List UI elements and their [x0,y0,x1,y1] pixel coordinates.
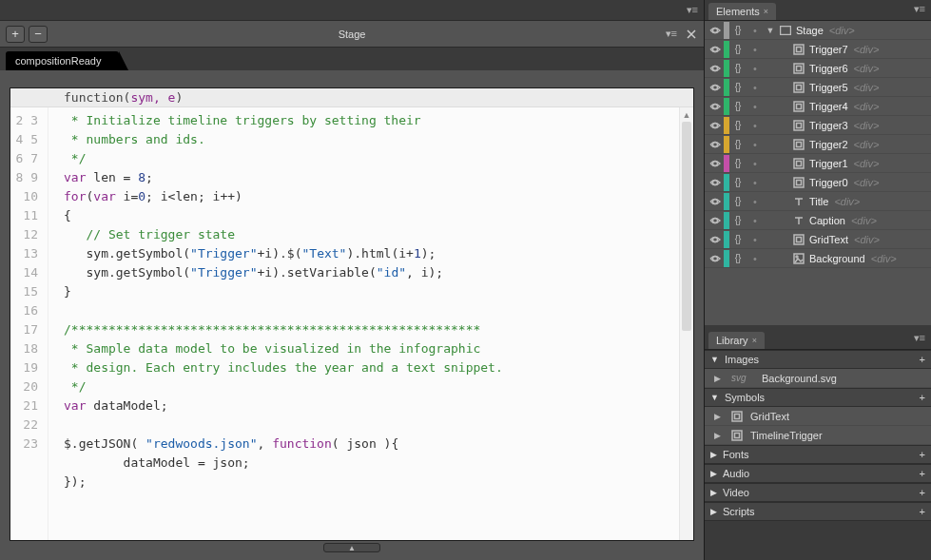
actions-icon[interactable]: {} [729,139,747,149]
add-image-button[interactable]: + [920,354,925,365]
visibility-toggle[interactable] [707,253,724,264]
actions-icon[interactable]: {} [729,234,747,244]
actions-icon[interactable]: {} [729,158,747,168]
lock-icon[interactable]: • [747,253,764,264]
lock-icon[interactable]: • [747,196,764,207]
panel-menu-icon[interactable]: ▾≡ [914,332,925,344]
element-tag: <div> [851,215,877,226]
section-label: Symbols [725,392,765,403]
visibility-toggle[interactable] [707,44,724,55]
close-icon[interactable]: × [752,336,757,345]
visibility-toggle[interactable] [707,158,724,169]
visibility-toggle[interactable] [707,234,724,245]
add-event-button[interactable]: + [6,26,25,43]
expand-spacer [764,45,777,54]
actions-icon[interactable]: {} [729,177,747,187]
line-gutter: 2 3 4 5 6 7 8 9 10 11 12 13 14 15 16 17 … [10,107,48,540]
lock-icon[interactable]: • [747,177,764,188]
actions-icon[interactable]: {} [729,253,747,263]
visibility-toggle[interactable] [707,63,724,74]
lock-icon[interactable]: • [747,120,764,131]
element-row-trigger7[interactable]: {}• Trigger7<div> [705,40,931,59]
lock-icon[interactable]: • [747,25,764,36]
actions-icon[interactable]: {} [729,82,747,92]
element-row-trigger1[interactable]: {}• Trigger1<div> [705,154,931,173]
asset-name: Background.svg [762,373,837,384]
library-section-audio[interactable]: ▶ Audio + [705,464,931,483]
library-section-symbols[interactable]: ▼ Symbols + [705,388,931,407]
element-row-trigger0[interactable]: {}• Trigger0<div> [705,173,931,192]
close-panel-button[interactable] [685,28,698,41]
element-row-title[interactable]: {}• Title<div> [705,192,931,211]
element-row-background[interactable]: {}• Background<div> [705,249,931,268]
lock-icon[interactable]: • [747,234,764,245]
element-row-gridtext[interactable]: {}• GridText<div> [705,230,931,249]
lock-icon[interactable]: • [747,158,764,169]
library-section-images[interactable]: ▼ Images + [705,350,931,369]
add-audio-button[interactable]: + [920,468,925,479]
visibility-toggle[interactable] [707,139,724,150]
symbol-icon [790,158,807,169]
actions-icon[interactable]: {} [729,120,747,130]
library-item-gridtext[interactable]: ▶ GridText [705,407,931,426]
add-video-button[interactable]: + [920,487,925,498]
actions-icon[interactable]: {} [729,25,747,35]
lock-icon[interactable]: • [747,215,764,226]
svg-rect-35 [735,414,740,418]
panel-menu-icon[interactable]: ▾≡ [687,4,698,16]
lock-icon[interactable]: • [747,82,764,93]
scroll-thumb[interactable] [682,122,691,331]
lock-icon[interactable]: • [747,139,764,150]
element-tag: <div> [854,101,880,112]
visibility-toggle[interactable] [707,215,724,226]
event-tab-compositionready[interactable]: compositionReady [6,51,119,70]
visibility-toggle[interactable] [707,25,724,36]
library-section-fonts[interactable]: ▶ Fonts + [705,445,931,464]
panel-menu-icon[interactable]: ▾≡ [914,3,925,15]
code-lines[interactable]: * Initialize timeline triggers by settin… [48,107,679,540]
expand-spacer [764,102,777,111]
library-item-timelinetrigger[interactable]: ▶ TimelineTrigger [705,426,931,445]
element-row-trigger6[interactable]: {}• Trigger6<div> [705,59,931,78]
panel-options-icon[interactable]: ▾≡ [666,28,677,40]
element-name: Trigger0 [809,177,848,188]
remove-event-button[interactable]: − [29,26,48,43]
actions-icon[interactable]: {} [729,101,747,111]
visibility-toggle[interactable] [707,196,724,207]
actions-icon[interactable]: {} [729,215,747,225]
element-row-trigger3[interactable]: {}• Trigger3<div> [705,116,931,135]
element-row-trigger5[interactable]: {}• Trigger5<div> [705,78,931,97]
actions-icon[interactable]: {} [729,196,747,206]
visibility-toggle[interactable] [707,120,724,131]
asset-name: TimelineTrigger [750,430,823,441]
close-icon[interactable]: × [764,7,768,16]
actions-icon[interactable]: {} [729,44,747,54]
add-font-button[interactable]: + [920,449,925,460]
lock-icon[interactable]: • [747,101,764,112]
elements-tab[interactable]: Elements × [708,3,776,20]
lock-icon[interactable]: • [747,63,764,74]
expand-toggle[interactable]: ▼ [764,26,777,35]
scrollbar[interactable]: ▲ [679,107,693,540]
library-section-video[interactable]: ▶ Video + [705,483,931,502]
actions-icon[interactable]: {} [729,63,747,73]
element-row-caption[interactable]: {}• Caption<div> [705,211,931,230]
visibility-toggle[interactable] [707,177,724,188]
resize-handle[interactable]: ▲ [10,541,694,554]
chevron-right-icon: ▶ [714,431,724,440]
library-section-scripts[interactable]: ▶ Scripts + [705,502,931,521]
sig-pre: function( [64,90,130,105]
add-symbol-button[interactable]: + [920,392,925,403]
scroll-up-arrow[interactable]: ▲ [680,107,693,122]
library-item-background-svg[interactable]: ▶ svg Background.svg [705,369,931,388]
visibility-toggle[interactable] [707,101,724,112]
element-root-stage[interactable]: {} • ▼ Stage <div> [705,21,931,40]
add-script-button[interactable]: + [920,506,925,517]
element-row-trigger4[interactable]: {}• Trigger4<div> [705,97,931,116]
chevron-down-icon: ▼ [710,393,719,402]
code-editor[interactable]: function(sym, e) 2 3 4 5 6 7 8 9 10 11 1… [10,87,694,541]
lock-icon[interactable]: • [747,44,764,55]
element-row-trigger2[interactable]: {}• Trigger2<div> [705,135,931,154]
visibility-toggle[interactable] [707,82,724,93]
library-tab[interactable]: Library × [708,332,765,349]
